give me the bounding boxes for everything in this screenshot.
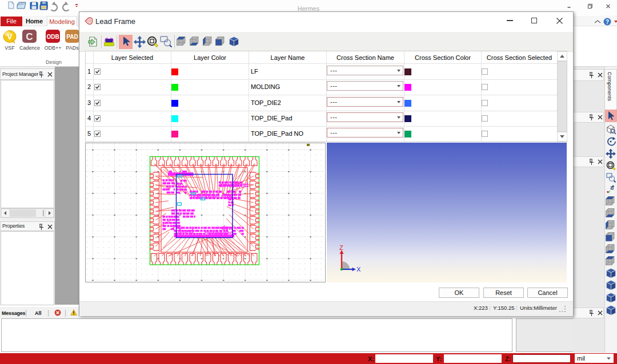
svg-text:downbond dow: downbond dow xyxy=(191,193,233,199)
svg-text:C: C xyxy=(26,31,33,42)
svg-text:?: ? xyxy=(606,19,609,25)
svg-text:Z: Z xyxy=(339,244,343,251)
svg-text:V: V xyxy=(7,32,13,41)
svg-text:ODB: ODB xyxy=(46,34,59,40)
svg-text:dow: dow xyxy=(222,225,233,231)
svg-text:downbond: downbond xyxy=(219,182,249,188)
svg-text:PAD: PAD xyxy=(66,34,78,40)
svg-text:nbond: nbond xyxy=(176,228,194,234)
svg-text:X: X xyxy=(356,266,361,273)
